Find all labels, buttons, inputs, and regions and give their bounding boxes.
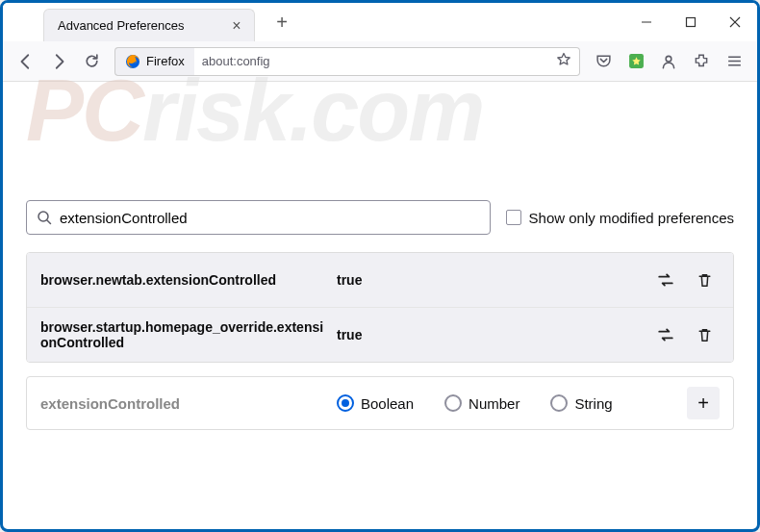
account-icon[interactable] xyxy=(653,46,684,77)
titlebar: Advanced Preferences × + xyxy=(3,3,757,41)
svg-point-6 xyxy=(666,56,671,62)
identity-box[interactable]: Firefox xyxy=(114,47,194,76)
radio-number[interactable]: Number xyxy=(444,394,519,412)
close-tab-icon[interactable]: × xyxy=(229,18,244,34)
pocket-icon[interactable] xyxy=(588,46,619,77)
new-tab-button[interactable]: + xyxy=(268,9,295,36)
url-bar[interactable]: Firefox about:config xyxy=(114,47,580,76)
maximize-button[interactable] xyxy=(669,3,713,41)
preference-name: browser.startup.homepage_override.extens… xyxy=(40,319,329,350)
preference-row: browser.startup.homepage_override.extens… xyxy=(27,308,733,362)
new-preference-row: extensionControlled Boolean Number Strin… xyxy=(26,376,734,430)
delete-button[interactable] xyxy=(689,265,720,295)
search-row: Show only modified preferences xyxy=(26,200,734,235)
show-only-modified[interactable]: Show only modified preferences xyxy=(506,210,734,226)
radio-boolean[interactable]: Boolean xyxy=(337,394,414,412)
radio-string[interactable]: String xyxy=(550,394,612,412)
identity-label: Firefox xyxy=(146,54,185,68)
checkbox[interactable] xyxy=(506,210,521,225)
new-preference-name: extensionControlled xyxy=(40,395,329,412)
search-icon xyxy=(37,210,52,225)
preferences-list: browser.newtab.extensionControlled true … xyxy=(26,252,734,363)
preference-name: browser.newtab.extensionControlled xyxy=(40,272,329,288)
delete-button[interactable] xyxy=(689,319,720,350)
radio-circle-icon xyxy=(337,394,354,412)
type-radios: Boolean Number String xyxy=(337,394,679,412)
reload-button[interactable] xyxy=(76,46,107,77)
browser-tab[interactable]: Advanced Preferences × xyxy=(43,9,255,41)
url-input[interactable]: about:config xyxy=(194,47,580,76)
back-button[interactable] xyxy=(11,46,41,77)
minimize-button[interactable] xyxy=(624,3,669,41)
show-only-label: Show only modified preferences xyxy=(529,210,734,226)
toggle-button[interactable] xyxy=(650,319,681,350)
preference-row: browser.newtab.extensionControlled true xyxy=(27,253,733,308)
search-box[interactable] xyxy=(26,200,491,235)
url-text: about:config xyxy=(202,54,556,68)
menu-button[interactable] xyxy=(719,46,749,77)
window-controls xyxy=(624,3,757,41)
add-preference-button[interactable]: + xyxy=(687,387,720,419)
svg-line-11 xyxy=(47,220,51,224)
forward-button[interactable] xyxy=(43,46,74,77)
svg-rect-1 xyxy=(687,18,696,27)
nav-toolbar: Firefox about:config xyxy=(3,41,757,82)
preference-value: true xyxy=(337,327,643,342)
extensions-button[interactable] xyxy=(686,46,717,77)
radio-circle-icon xyxy=(550,394,568,412)
browser-window: Advanced Preferences × + xyxy=(0,0,760,532)
firefox-logo-icon xyxy=(125,54,140,69)
close-window-button[interactable] xyxy=(713,3,757,41)
radio-circle-icon xyxy=(444,394,462,412)
search-input[interactable] xyxy=(60,210,480,226)
tab-title: Advanced Preferences xyxy=(58,18,229,33)
page-content: PCrisk.com Show only modified preference… xyxy=(3,82,757,449)
preference-value: true xyxy=(337,272,643,288)
bookmark-star-icon[interactable] xyxy=(556,52,571,70)
toggle-button[interactable] xyxy=(650,265,681,295)
extension-icon[interactable] xyxy=(621,46,651,77)
